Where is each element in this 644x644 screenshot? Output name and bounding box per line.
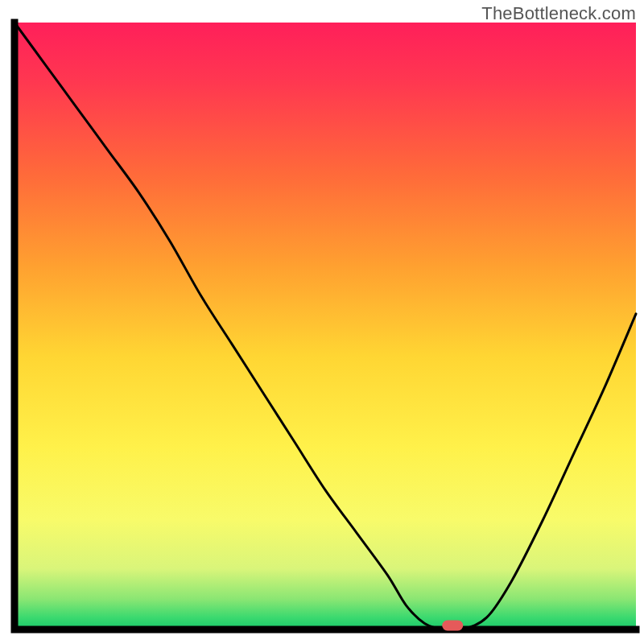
watermark-text: TheBottleneck.com xyxy=(481,3,636,24)
gradient-background xyxy=(14,23,636,630)
chart-container: TheBottleneck.com xyxy=(0,0,644,644)
optimal-marker xyxy=(442,621,463,631)
bottleneck-chart xyxy=(0,0,644,644)
